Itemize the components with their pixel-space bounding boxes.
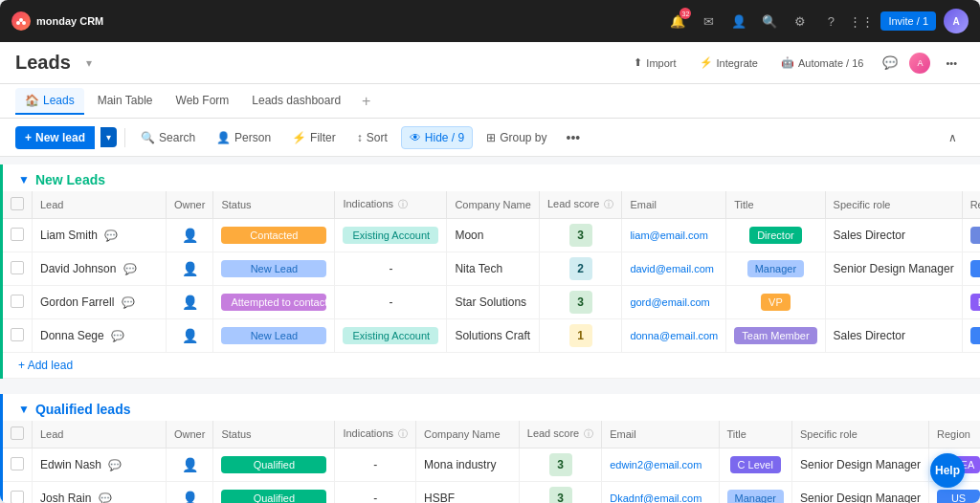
- board-title-dropdown[interactable]: ▾: [86, 56, 92, 70]
- apps-icon[interactable]: ⋮⋮: [850, 10, 873, 33]
- qualified-lead-row: Edwin Nash 💬 👤 Qualified - Mona industry…: [3, 448, 980, 482]
- group-icon: ⊞: [486, 131, 496, 144]
- col-specific-q-header: Specific role: [791, 421, 928, 448]
- select-all-q-checkbox[interactable]: [11, 426, 24, 440]
- new-lead-row: Donna Sege 💬 👤 New Lead Existing Account…: [3, 319, 980, 353]
- message-icon[interactable]: 💬: [111, 330, 124, 341]
- row-q-checkbox[interactable]: [11, 457, 24, 470]
- row-checkbox[interactable]: [11, 328, 24, 341]
- person-button[interactable]: 👤 Person: [209, 127, 278, 148]
- hide-button[interactable]: 👁 Hide / 9: [401, 126, 473, 149]
- help-icon[interactable]: ?: [819, 10, 842, 33]
- help-button[interactable]: Help: [930, 453, 965, 488]
- indication-badge: -: [389, 262, 392, 275]
- new-lead-dropdown-button[interactable]: ▾: [100, 127, 117, 147]
- row-checkbox[interactable]: [11, 228, 24, 241]
- tab-leads-dashboard[interactable]: Leads dashboard: [242, 88, 350, 115]
- tab-leads[interactable]: 🏠 Leads: [15, 88, 84, 115]
- tab-web-form[interactable]: Web Form: [167, 88, 239, 115]
- status-badge: New Lead: [221, 327, 326, 344]
- col-title-q-header: Title: [719, 421, 791, 448]
- new-lead-button[interactable]: + New lead: [15, 126, 95, 149]
- settings-icon[interactable]: ⚙: [789, 10, 812, 33]
- region-badge: US: [937, 490, 980, 503]
- add-lead-button[interactable]: + Add lead: [3, 353, 980, 379]
- inbox-icon[interactable]: ✉: [697, 10, 720, 33]
- col-lead-header: Lead: [33, 191, 167, 219]
- new-leads-chevron[interactable]: ▼: [18, 173, 30, 186]
- qualified-leads-chevron[interactable]: ▼: [18, 403, 30, 416]
- sort-button[interactable]: ↕ Sort: [349, 127, 395, 148]
- col-indications-q-header: Indications ⓘ: [335, 421, 416, 448]
- board-title: Leads: [15, 52, 71, 74]
- add-tab-button[interactable]: +: [354, 93, 378, 110]
- header-actions: ⬆ Import ⚡ Integrate 🤖 Automate / 16 💬 A…: [626, 52, 965, 75]
- new-leads-header: ▼ New Leads: [3, 164, 980, 191]
- email-link[interactable]: donna@email.com: [630, 330, 718, 341]
- message-icon[interactable]: 💬: [104, 230, 118, 241]
- collapse-button[interactable]: ∧: [941, 127, 965, 148]
- automate-button[interactable]: 🤖 Automate / 16: [773, 53, 872, 73]
- board-more-button[interactable]: •••: [938, 54, 965, 73]
- invite-button[interactable]: Invite / 1: [880, 11, 936, 31]
- search-button[interactable]: 🔍 Search: [133, 127, 203, 148]
- row-checkbox[interactable]: [11, 261, 24, 274]
- import-button[interactable]: ⬆ Import: [626, 53, 683, 73]
- col-owner-header: Owner: [167, 191, 213, 219]
- email-link[interactable]: edwin2@email.com: [610, 459, 702, 470]
- message-icon[interactable]: 💬: [108, 459, 122, 470]
- lead-name: Josh Rain: [40, 492, 91, 503]
- new-leads-header-row: Lead Owner Status Indications ⓘ Company …: [3, 191, 980, 219]
- qualified-leads-table: Lead Owner Status Indications ⓘ Company …: [3, 421, 980, 503]
- company-name: Mona industry: [416, 448, 520, 482]
- new-lead-row: Gordon Farrell 💬 👤 Attempted to contact …: [3, 286, 980, 319]
- select-all-checkbox[interactable]: [11, 197, 24, 210]
- col-region-q-header: Region: [929, 421, 980, 448]
- search-nav-icon[interactable]: 🔍: [758, 10, 781, 33]
- svg-point-2: [22, 21, 26, 25]
- owner-icon[interactable]: 👤: [182, 457, 198, 472]
- message-icon[interactable]: 💬: [123, 263, 137, 274]
- owner-icon[interactable]: 👤: [182, 295, 198, 310]
- contacts-icon[interactable]: 👤: [727, 10, 750, 33]
- owner-icon[interactable]: 👤: [182, 261, 198, 276]
- col-specific-header: Specific role: [825, 191, 962, 219]
- email-link[interactable]: liam@email.com: [630, 230, 707, 241]
- top-navigation: monday CRM 🔔 32 ✉ 👤 🔍 ⚙ ? ⋮⋮ Invite / 1 …: [0, 0, 980, 42]
- tab-main-table[interactable]: Main Table: [88, 88, 163, 115]
- content-area: ▼ New Leads Lead Owner Status Indication…: [0, 157, 980, 503]
- lead-name: David Johnson: [40, 262, 116, 275]
- hide-icon: 👁: [410, 131, 421, 144]
- row-q-checkbox[interactable]: [11, 491, 24, 504]
- chat-icon[interactable]: 💬: [879, 52, 902, 75]
- email-link[interactable]: david@email.com: [630, 263, 714, 274]
- col-title-header: Title: [726, 191, 825, 219]
- notifications-icon[interactable]: 🔔 32: [666, 10, 689, 33]
- owner-icon[interactable]: 👤: [182, 491, 198, 503]
- col-score-header: Lead score ⓘ: [539, 191, 621, 219]
- col-score-q-header: Lead score ⓘ: [519, 421, 601, 448]
- message-icon[interactable]: 💬: [122, 296, 135, 308]
- svg-point-0: [16, 21, 20, 25]
- status-badge: Contacted: [221, 227, 326, 244]
- owner-icon[interactable]: 👤: [182, 328, 198, 343]
- owner-icon[interactable]: 👤: [182, 228, 198, 243]
- row-checkbox[interactable]: [11, 295, 24, 308]
- title-badge: C Level: [730, 456, 781, 473]
- qualified-leads-title: Qualified leads: [35, 402, 131, 417]
- import-icon: ⬆: [634, 56, 642, 69]
- more-options-button[interactable]: •••: [561, 126, 587, 149]
- email-link[interactable]: gord@email.com: [630, 296, 709, 308]
- message-icon[interactable]: 💬: [99, 492, 112, 503]
- lead-name: Liam Smith: [40, 229, 98, 242]
- user-avatar[interactable]: A: [944, 9, 969, 33]
- board-avatar[interactable]: A: [909, 53, 930, 74]
- integrate-button[interactable]: ⚡ Integrate: [692, 53, 766, 73]
- email-link[interactable]: Dkadnf@email.com: [610, 492, 702, 503]
- filter-button[interactable]: ⚡ Filter: [284, 127, 344, 148]
- company-name: Moon: [447, 219, 539, 252]
- group-by-button[interactable]: ⊞ Group by: [479, 127, 554, 148]
- add-lead-row[interactable]: + Add lead: [3, 353, 980, 379]
- lead-score: 3: [569, 291, 592, 314]
- lead-name: Gordon Farrell: [40, 295, 114, 309]
